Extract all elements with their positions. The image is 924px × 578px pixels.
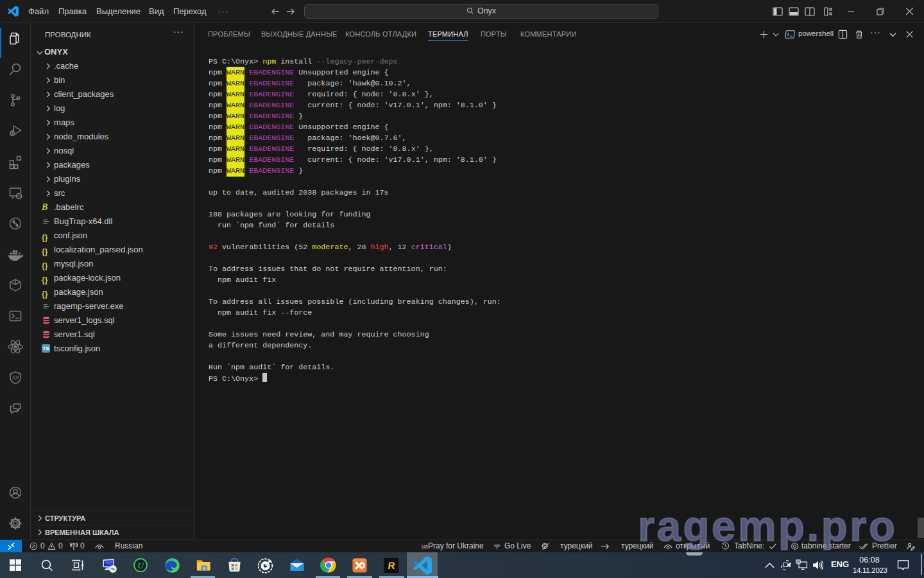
svg-text:U: U bbox=[137, 561, 144, 570]
svg-text:R: R bbox=[388, 560, 396, 571]
svg-text:XP: XP bbox=[12, 374, 19, 381]
